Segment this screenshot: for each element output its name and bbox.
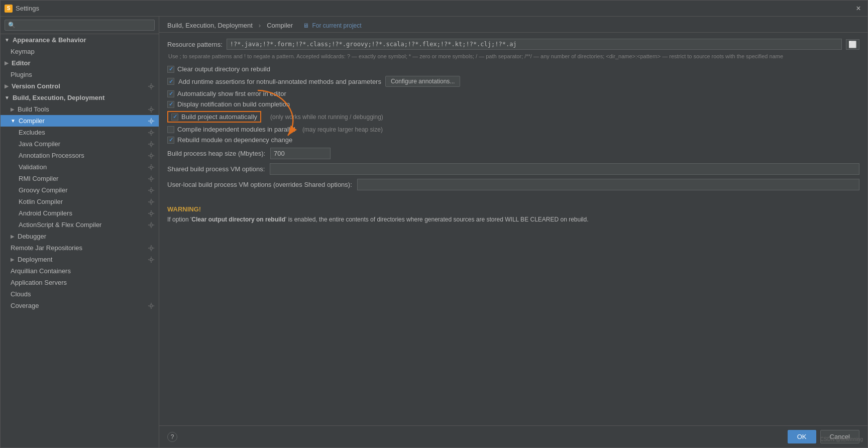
rebuild-module-row: Rebuild module on dependency change (167, 136, 859, 144)
sidebar-label-plugins: Plugins (11, 71, 32, 78)
sidebar-label-remote-jar: Remote Jar Repositories (11, 244, 82, 252)
auto-show-label: Automatically show first error in editor (177, 90, 286, 97)
warning-option-name: Clear output directory on rebuild (191, 216, 285, 223)
sidebar-item-app-servers[interactable]: Application Servers (1, 277, 159, 288)
resource-patterns-input[interactable] (227, 39, 842, 50)
sidebar-item-excludes[interactable]: Excludes (1, 127, 159, 138)
sidebar-item-build[interactable]: ▼ Build, Execution, Deployment (1, 92, 159, 103)
breadcrumb-part2: Compiler (267, 22, 293, 29)
rebuild-module-checkbox[interactable] (167, 137, 174, 144)
sidebar-item-build-tools[interactable]: ▶ Build Tools (1, 103, 159, 115)
sidebar-label-clouds: Clouds (11, 290, 31, 298)
monitor-icon: 🖥 (303, 22, 309, 29)
sidebar-item-clouds[interactable]: Clouds (1, 288, 159, 300)
breadcrumb-part1: Build, Execution, Deployment (167, 22, 253, 29)
sidebar-label-arquillian: Arquillian Containers (11, 267, 71, 275)
sidebar-item-rmi[interactable]: RMI Compiler (1, 173, 159, 184)
build-auto-highlighted: Build project automatically (167, 111, 261, 123)
svg-point-1 (150, 108, 153, 110)
resource-patterns-expand-btn[interactable]: ⬜ (846, 39, 859, 50)
sidebar-item-remote-jar[interactable]: Remote Jar Repositories (1, 242, 159, 254)
hint-text: Use ; to separate patterns and ! to nega… (168, 53, 859, 60)
sidebar-item-validation[interactable]: Validation (1, 161, 159, 173)
sidebar-item-editor[interactable]: ▶ Editor (1, 57, 159, 69)
clear-output-checkbox[interactable] (167, 66, 174, 73)
settings-icon-coverage (148, 302, 155, 309)
sidebar-item-keymap[interactable]: Keymap (1, 46, 159, 57)
svg-point-14 (150, 304, 153, 307)
settings-icon-validation (148, 164, 155, 171)
sidebar-label-groovy: Groovy Compiler (19, 186, 68, 194)
sidebar-label-compiler: Compiler (19, 117, 45, 125)
sidebar-item-java-compiler[interactable]: Java Compiler (1, 138, 159, 150)
sidebar-label-build: Build, Execution, Deployment (13, 94, 104, 101)
sidebar-item-version-control[interactable]: ▶ Version Control (1, 80, 159, 92)
warning-box: WARNING! If option 'Clear output directo… (167, 200, 859, 229)
sidebar-label-deployment: Deployment (18, 256, 52, 263)
settings-icon-remotejar (148, 245, 155, 252)
sidebar-item-appearance[interactable]: ▼ Appearance & Behavior (1, 34, 159, 46)
sidebar-item-deployment[interactable]: ▶ Deployment (1, 254, 159, 265)
display-notification-checkbox[interactable] (167, 101, 174, 108)
heap-input[interactable] (270, 148, 331, 159)
sidebar-item-annotation[interactable]: Annotation Processors (1, 150, 159, 161)
sidebar-item-android[interactable]: Android Compilers (1, 207, 159, 219)
display-notification-row: Display notification on build completion (167, 100, 859, 108)
compile-independent-checkbox[interactable] (167, 126, 174, 133)
build-auto-row: Build project automatically (only works … (167, 111, 859, 123)
bottom-bar: ? OK Cancel (159, 425, 867, 447)
sidebar-label-java-compiler: Java Compiler (19, 140, 60, 148)
settings-icon-vc (148, 83, 155, 90)
user-local-input[interactable] (357, 179, 859, 190)
help-button[interactable]: ? (167, 432, 177, 442)
arrow-right-icon-editor: ▶ (5, 60, 9, 66)
svg-point-12 (150, 247, 153, 249)
auto-show-row: Automatically show first error in editor (167, 90, 859, 97)
shared-vm-input[interactable] (270, 163, 859, 175)
main-content: ▼ Appearance & Behavior Keymap ▶ Editor … (1, 17, 867, 447)
arrow-right-icon-deployment: ▶ (11, 257, 15, 262)
panel-body: Resource patterns: ⬜ Use ; to separate p… (159, 33, 867, 425)
sidebar-item-compiler[interactable]: ▼ Compiler (1, 115, 159, 127)
add-runtime-row: Add runtime assertions for notnull-annot… (167, 76, 859, 87)
settings-icon-deployment (148, 256, 155, 263)
close-button[interactable]: × (853, 4, 863, 14)
compile-independent-row: Compile independent modules in parallel … (167, 126, 859, 133)
ok-button[interactable]: OK (788, 430, 816, 443)
breadcrumb-separator: › (259, 22, 261, 29)
panel-header: Build, Execution, Deployment › Compiler … (159, 17, 867, 33)
sidebar: ▼ Appearance & Behavior Keymap ▶ Editor … (1, 17, 159, 447)
add-runtime-label: Add runtime assertions for notnull-annot… (178, 78, 381, 85)
sidebar-item-kotlin[interactable]: Kotlin Compiler (1, 196, 159, 207)
clear-output-row: Clear output directory on rebuild (167, 65, 859, 73)
search-input[interactable] (5, 20, 155, 31)
resource-patterns-label: Resource patterns: (167, 41, 223, 48)
clear-output-label: Clear output directory on rebuild (177, 65, 270, 73)
shared-vm-row: Shared build process VM options: (167, 163, 859, 175)
resource-patterns-row: Resource patterns: ⬜ (167, 39, 859, 50)
settings-icon-kotlin (148, 198, 155, 205)
sidebar-label-version-control: Version Control (12, 82, 60, 90)
sidebar-label-editor: Editor (12, 59, 31, 67)
title-bar: S Settings × (1, 1, 867, 17)
sidebar-label-keymap: Keymap (11, 48, 35, 55)
svg-point-2 (150, 120, 153, 122)
for-project-label: For current project (312, 22, 362, 29)
sidebar-item-actionscript[interactable]: ActionScript & Flex Compiler (1, 219, 159, 231)
sidebar-item-groovy[interactable]: Groovy Compiler (1, 184, 159, 196)
svg-point-5 (150, 154, 153, 157)
sidebar-item-plugins[interactable]: Plugins (1, 69, 159, 80)
build-auto-checkbox[interactable] (171, 114, 178, 121)
add-runtime-checkbox[interactable] (167, 78, 174, 85)
rebuild-module-label: Rebuild module on dependency change (177, 136, 292, 144)
sidebar-item-coverage[interactable]: Coverage (1, 300, 159, 311)
sidebar-item-arquillian[interactable]: Arquillian Containers (1, 265, 159, 277)
heap-label: Build process heap size (Mbytes): (167, 150, 265, 157)
svg-point-7 (150, 177, 153, 180)
sidebar-item-debugger[interactable]: ▶ Debugger (1, 231, 159, 242)
shared-vm-label: Shared build process VM options: (167, 165, 265, 173)
auto-show-checkbox[interactable] (167, 90, 174, 97)
configure-annotations-btn[interactable]: Configure annotations... (385, 76, 460, 87)
build-auto-label: Build project automatically (181, 113, 257, 121)
settings-icon-bt (148, 106, 155, 113)
